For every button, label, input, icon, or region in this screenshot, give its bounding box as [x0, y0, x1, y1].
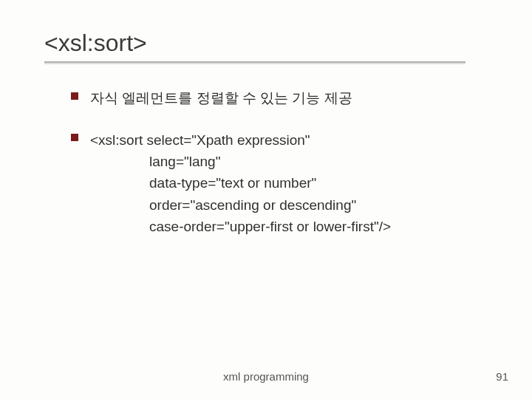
code-block: <xsl:sort select="Xpath expression" lang…	[90, 129, 391, 238]
code-line-2: lang="lang"	[149, 151, 391, 172]
slide-body: 자식 엘레먼트를 정렬할 수 있는 기능 제공 <xsl:sort select…	[71, 88, 495, 238]
code-line-3: data-type="text or number"	[149, 172, 391, 194]
bullet-text-1: 자식 엘레먼트를 정렬할 수 있는 기능 제공	[90, 88, 352, 109]
slide-title: <xsl:sort>	[44, 30, 495, 57]
page-number: 91	[496, 370, 508, 383]
bullet-item-1: 자식 엘레먼트를 정렬할 수 있는 기능 제공	[71, 88, 495, 109]
bullet-icon	[71, 134, 78, 141]
code-line-4: order="ascending or descending"	[149, 194, 391, 216]
slide: <xsl:sort> 자식 엘레먼트를 정렬할 수 있는 기능 제공 <xsl:…	[0, 0, 532, 399]
bullet-item-2: <xsl:sort select="Xpath expression" lang…	[71, 129, 495, 238]
code-line-1: <xsl:sort select="Xpath expression"	[90, 132, 310, 148]
code-line-5: case-order="upper-first or lower-first"/…	[149, 216, 391, 237]
footer-center-text: xml programming	[0, 370, 532, 383]
title-underline	[44, 61, 466, 63]
bullet-icon	[71, 92, 78, 100]
